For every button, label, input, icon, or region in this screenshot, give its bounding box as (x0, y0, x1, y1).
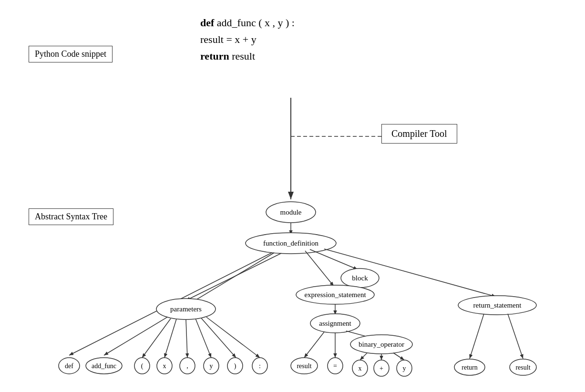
binop-to-y2 (393, 353, 404, 360)
leaf-result1-label: result (297, 362, 311, 370)
params-to-colon (206, 317, 260, 358)
leaf-def (59, 358, 80, 374)
binop-to-x2 (360, 353, 367, 360)
python-code-text: Python Code snippet (35, 49, 106, 59)
assign-label: assignment (319, 320, 351, 327)
params-to-comma (186, 320, 187, 358)
leaf-return-kw-label: return (462, 364, 477, 371)
returnstmt-to-return (470, 314, 484, 359)
leaf-colon-label: : (259, 362, 261, 370)
params-to-y1 (195, 319, 211, 358)
leaf-y2 (397, 360, 412, 376)
leaf-comma (180, 358, 195, 374)
funcdef-to-def (69, 253, 272, 355)
module-label: module (280, 208, 302, 216)
code-block: def add_func ( x , y ) : result = x + y … (200, 14, 295, 65)
ast-label: Abstract Syntax Tree (29, 208, 113, 225)
assign-to-binop (346, 331, 374, 339)
ast-text: Abstract Syntax Tree (35, 212, 107, 221)
compiler-tool-box: Compiler Tool (381, 124, 457, 144)
binop-node (350, 335, 412, 354)
funcdef-to-addfunc (104, 253, 274, 355)
return-keyword: return (200, 50, 229, 62)
leaf-addfunc-label: add_func (92, 362, 116, 370)
code-line-3-rest: result (229, 50, 255, 62)
returnstmt-node (458, 296, 536, 315)
leaf-x1 (157, 358, 172, 374)
def-keyword: def (200, 17, 214, 29)
returnstmt-to-result2 (508, 314, 523, 359)
code-line-2: result = x + y (200, 31, 295, 48)
leaf-result2 (510, 359, 536, 375)
params-node (156, 299, 216, 320)
code-line-1-rest: add_func ( x , y ) : (214, 17, 295, 29)
diagram-container: Python Code snippet Abstract Syntax Tree… (0, 0, 585, 392)
leaf-return-kw (454, 359, 485, 375)
leaf-y1-label: y (210, 362, 213, 370)
compiler-tool-text: Compiler Tool (391, 128, 447, 139)
leaf-colon (252, 358, 267, 374)
leaf-plus-label: + (380, 365, 383, 372)
leaf-x2 (352, 360, 368, 376)
block-label: block (352, 274, 368, 282)
leaf-x1-label: x (163, 362, 166, 370)
returnstmt-label: return_statement (473, 301, 522, 309)
leaf-eq-label: = (333, 362, 337, 370)
leaf-eq (328, 358, 343, 374)
funcdef-label: function_definition (263, 239, 318, 247)
assign-node (310, 314, 360, 333)
leaf-result1 (291, 358, 318, 374)
python-code-label: Python Code snippet (29, 46, 113, 62)
code-line-1: def add_func ( x , y ) : (200, 14, 295, 31)
leaf-lparen-label: ( (141, 362, 144, 370)
params-to-lparen (142, 319, 171, 358)
leaf-x2-label: x (359, 365, 362, 372)
leaf-y2-label: y (403, 365, 406, 372)
module-node (266, 202, 316, 223)
leaf-rparen-label: ) (234, 362, 236, 370)
exprstmt-node (296, 285, 374, 304)
leaf-rparen (227, 358, 243, 374)
funcdef-to-returnstmt (324, 249, 496, 297)
assign-to-result1 (304, 332, 324, 358)
block-node (341, 268, 379, 288)
leaf-y1 (204, 358, 219, 374)
binop-label: binary_operator (359, 340, 404, 348)
funcdef-to-params (186, 253, 281, 300)
leaf-def-label: def (65, 362, 73, 370)
leaf-addfunc (86, 358, 122, 374)
leaf-comma-label: , (186, 362, 188, 370)
funcdef-to-block (310, 249, 358, 269)
params-to-rparen (201, 318, 236, 358)
funcdef-to-exprstmt (305, 251, 334, 286)
leaf-plus (374, 360, 389, 376)
params-label: parameters (170, 305, 202, 313)
leaf-lparen (134, 358, 150, 374)
funcdef-node (246, 233, 336, 254)
params-to-x1 (164, 319, 176, 358)
code-line-3: return result (200, 48, 295, 64)
exprstmt-label: expression_statement (304, 291, 366, 299)
leaf-result2-label: result (515, 364, 530, 371)
